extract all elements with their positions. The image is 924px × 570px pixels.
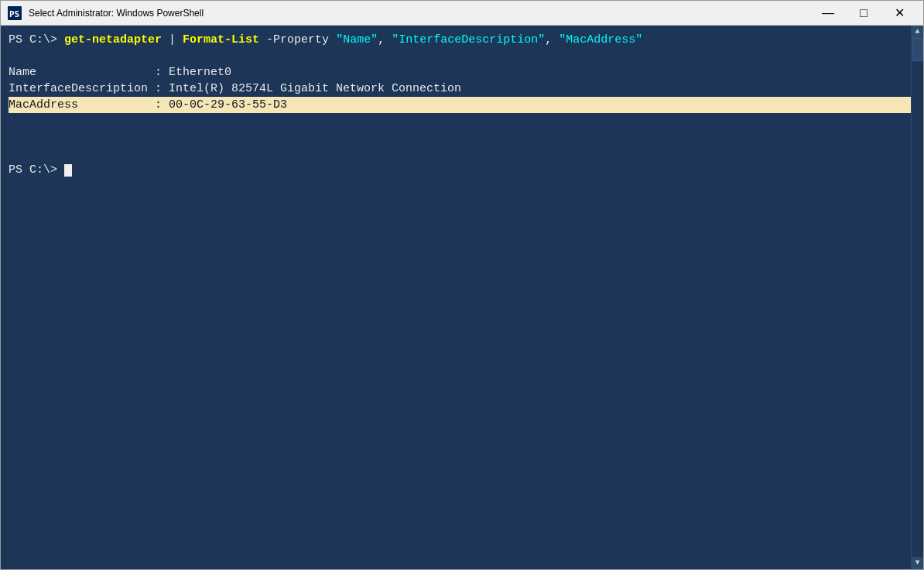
cmd-comma2: , (545, 33, 559, 46)
output-ifdesc-label: InterfaceDescription (9, 82, 155, 95)
scrollbar-thumb[interactable] (912, 38, 923, 61)
minimize-button[interactable]: — (810, 1, 846, 26)
output-ifdesc-line: InterfaceDescription : Intel(R) 82574L G… (9, 81, 915, 97)
output-mac-value: 00-0C-29-63-55-D3 (169, 98, 287, 112)
blank-line-4 (9, 146, 915, 162)
cursor (64, 164, 72, 177)
window-controls: — □ ✕ (810, 1, 917, 26)
output-name-line: Name : Ethernet0 (9, 64, 915, 81)
ps-prompt: PS C:\> (9, 33, 64, 46)
scrollbar-down-button[interactable]: ▼ (912, 557, 924, 569)
blank-line-2 (9, 113, 915, 129)
new-ps-prompt: PS C:\> (9, 163, 64, 177)
command-line: PS C:\> get-netadapter | Format-List -Pr… (9, 32, 915, 48)
app-icon: PS (7, 5, 22, 21)
new-prompt-line: PS C:\> (9, 162, 915, 178)
output-ifdesc-value: Intel(R) 82574L Gigabit Network Connecti… (169, 82, 461, 95)
svg-text:PS: PS (9, 9, 19, 19)
cmd-get-netadapter: get-netadapter (64, 33, 162, 46)
cmd-format-list: Format-List (183, 33, 259, 46)
title-bar: PS Select Administrator: Windows PowerSh… (1, 1, 923, 26)
scrollbar[interactable]: ▲ ▼ (911, 26, 923, 569)
scrollbar-track[interactable] (912, 38, 924, 557)
window-title: Select Administrator: Windows PowerShell (29, 8, 810, 19)
cmd-string-name: "Name" (336, 33, 378, 46)
cmd-string-mac: "MacAddress" (559, 33, 642, 46)
cmd-pipe: | (162, 33, 183, 46)
cmd-property-param: -Property (259, 33, 336, 46)
output-name-value: Ethernet0 (169, 66, 231, 79)
output-name-colon: : (155, 66, 169, 79)
output-ifdesc-colon: : (155, 82, 169, 95)
cmd-comma1: , (378, 33, 392, 46)
terminal-body[interactable]: PS C:\> get-netadapter | Format-List -Pr… (1, 26, 923, 569)
blank-line-3 (9, 129, 915, 146)
output-mac-line: MacAddress : 00-0C-29-63-55-D3 (9, 97, 915, 113)
scrollbar-up-button[interactable]: ▲ (912, 26, 924, 38)
window: PS Select Administrator: Windows PowerSh… (0, 0, 924, 570)
output-mac-colon: : (155, 98, 169, 112)
maximize-button[interactable]: □ (846, 1, 881, 26)
cmd-string-ifdesc: "InterfaceDescription" (392, 33, 545, 46)
blank-line-1 (9, 48, 915, 64)
output-name-label: Name (9, 66, 155, 79)
output-mac-label: MacAddress (9, 98, 155, 112)
close-button[interactable]: ✕ (881, 1, 917, 26)
